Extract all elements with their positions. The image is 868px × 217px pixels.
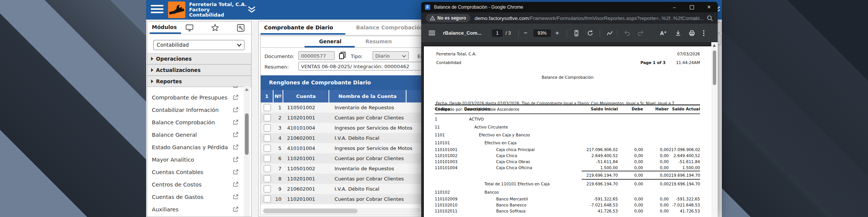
maximize-button[interactable] [683,2,700,12]
external-link-icon [233,182,238,187]
grid-horizontal-scrollbar[interactable] [262,208,420,214]
chrome-addressbar[interactable]: No es seguro demo.factorysoftve.com/Fram… [421,12,718,24]
report-company: Ferreteria Total, C.A. [436,52,476,56]
warning-icon [430,16,435,20]
desktop-wallpaper-right [718,0,868,217]
scroll-up-arrow[interactable] [245,88,249,91]
sidebar-link[interactable]: Contabilizar Información [147,104,242,116]
header-debe: Debe [618,107,643,111]
grid-header-num[interactable]: Nº [274,90,283,102]
module-select[interactable]: Contabilidad [153,40,245,50]
sidebar-scrollbar-thumb[interactable] [245,113,249,155]
sidebar-section[interactable]: Reportes [147,76,251,87]
pdf-zoom-level[interactable]: 93% [533,29,551,37]
rotate-icon[interactable] [587,24,593,42]
sidebar-link[interactable]: Balance Comprobación [147,116,242,128]
sidebar-link[interactable]: Balance General [147,128,242,141]
report-row-code: 110101004 [435,165,457,170]
copy-icon[interactable] [338,51,347,60]
tab-comprobante-diario[interactable]: Comprobante de Diario [264,24,333,31]
row-checkbox[interactable] [264,124,271,131]
fit-page-icon[interactable] [573,24,579,42]
report-row-debe: 0,00 [618,165,643,170]
minimize-button[interactable]: – [666,2,683,12]
zoom-out-button[interactable]: − [524,24,527,42]
zoom-page-icon[interactable] [707,15,713,21]
grid-header-cuenta[interactable]: Cuenta [283,90,329,102]
zoom-in-button[interactable]: + [555,24,559,42]
tab-balance-comprobacion[interactable]: Balance Comprobación [356,24,424,31]
row-number: 6 [274,156,283,161]
row-checkbox[interactable] [264,155,271,162]
row-checkbox[interactable] [264,196,271,203]
row-account-code: 210602001 [283,135,329,141]
subtab-resumen[interactable]: Resumen [365,38,392,44]
report-row-haber: 0,00 [643,182,669,186]
row-checkbox[interactable] [264,165,271,172]
pdf-scrollbar-thumb[interactable] [713,50,716,85]
monitor-icon[interactable] [185,23,194,32]
report-row: 1101 Efectivo en Caja y Bancos [435,131,700,139]
security-chip[interactable]: No es seguro [426,14,470,22]
sidebar-link[interactable]: Cuentas de Gastos [147,191,242,203]
sidebar-link[interactable]: Comprobante de Presupues [147,91,242,104]
row-number: 3 [274,125,283,131]
report-row-desc: Efectivo en Caja [484,141,517,145]
report-page-info: Page 1 of 3 [640,60,666,65]
more-options-icon[interactable] [703,24,704,42]
report-row-desc: Banco Sofitasa [496,209,526,213]
download-icon[interactable] [675,24,681,42]
row-checkbox[interactable] [264,104,271,111]
row-account-code: 410101004 [283,125,329,131]
header-chevron-double-icon[interactable] [247,6,256,14]
report-row-debe: 0,00 [618,203,643,207]
row-checkbox[interactable] [264,134,271,142]
sidebar-link[interactable]: Auxiliares [147,203,242,215]
report-row-saldo-inicial: 2.649.400,52 [582,153,618,158]
text-annotation-icon[interactable]: A⁺ [660,24,667,42]
report-row-desc: Banco Banesco [496,203,526,207]
pdf-scroll-up-arrow[interactable] [713,44,716,47]
grid-header-select[interactable]: 1 [261,90,274,102]
undo-icon[interactable] [624,24,630,42]
chrome-titlebar[interactable]: F Balance de Comprobación - Google Chrom… [421,2,718,12]
row-checkbox[interactable] [264,185,271,193]
star-icon[interactable] [211,23,220,32]
menu-hamburger-icon[interactable] [151,5,164,13]
print-icon[interactable] [689,24,695,42]
pdf-scrollbar[interactable] [711,42,718,217]
sidebar-link[interactable]: Cuentas Contables [147,166,242,178]
sidebar-link-label: Comprobante de Presupues [152,95,228,101]
sidebar-link[interactable]: Centros de Costos [147,178,242,191]
url-text[interactable]: demo.factorysoftve.com/Framework/Formula… [475,15,707,21]
sidebar-section[interactable]: Operaciones [147,53,251,64]
tipo-select[interactable]: Diario [373,51,409,60]
row-checkbox[interactable] [264,114,271,121]
report-row: 1 ACTIVO [435,115,700,123]
redo-icon[interactable] [637,24,644,42]
grid-hscroll-thumb[interactable] [263,209,358,213]
row-checkbox[interactable] [264,175,271,182]
sidebar-link-clipped[interactable] [147,86,242,92]
grid-header-nombre[interactable]: Nombre de la Cuenta [329,90,406,102]
sidebar-link-label: Contabilizar Información [152,107,219,113]
sidebar-section[interactable]: Actualizaciones [147,64,251,76]
sidebar-link[interactable]: Mayor Analítico [147,153,242,166]
close-button[interactable]: × [700,2,718,12]
pdf-doc-title: rBalance_Com... [443,24,481,42]
row-checkbox[interactable] [264,145,271,152]
documento-field[interactable]: 00000577 [298,51,335,60]
row-account-code: 210602001 [283,186,329,192]
report-row-debe: 0,00 [618,153,643,158]
tab-modulos[interactable]: Módulos [152,24,177,30]
report-row-code: 11 [435,125,440,129]
sidebar-link-label: Auxiliares [152,206,179,212]
key-tool-icon[interactable] [236,23,245,32]
pdf-menu-icon[interactable] [429,24,435,42]
report-row-debe: 0,00 [618,197,643,201]
sidebar-link[interactable]: Estado Ganancias y Pérdida [147,141,242,153]
sidebar-scrollbar[interactable] [244,86,250,217]
pdf-page-input[interactable]: 1 [492,29,503,37]
annotate-pen-icon[interactable] [607,24,613,42]
subtab-general[interactable]: General [319,38,341,44]
